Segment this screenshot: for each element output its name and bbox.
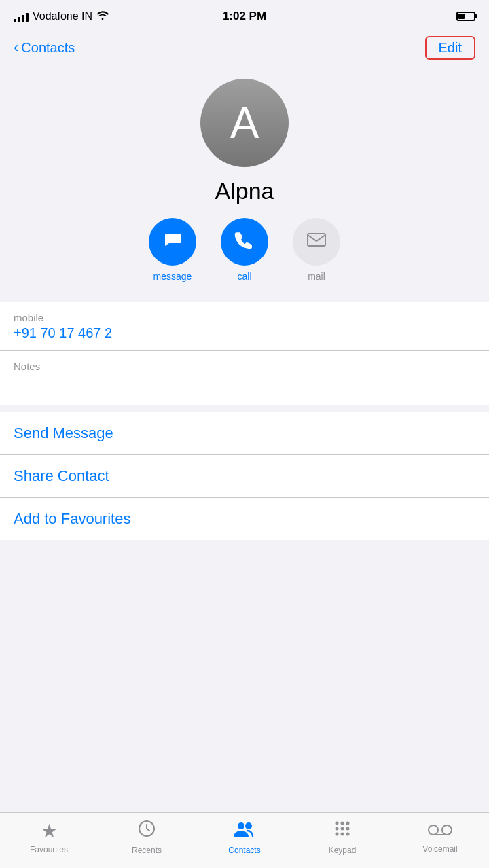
svg-rect-1: [308, 234, 325, 246]
svg-point-13: [346, 833, 350, 836]
voicemail-icon: [428, 820, 452, 842]
call-label: call: [237, 271, 251, 282]
nav-bar: ‹ Contacts Edit: [0, 30, 489, 65]
svg-point-15: [442, 825, 452, 835]
carrier-label: Vodafone IN: [33, 10, 92, 22]
mail-circle: [293, 218, 340, 266]
wifi-icon: [96, 10, 109, 22]
svg-point-10: [346, 827, 350, 831]
send-message-row[interactable]: Send Message: [0, 412, 489, 455]
status-bar: Vodafone IN 1:02 PM: [0, 0, 489, 30]
tab-voicemail[interactable]: Voicemail: [391, 820, 489, 854]
svg-point-3: [238, 822, 244, 829]
action-rows: Send Message Share Contact Add to Favour…: [0, 412, 489, 540]
contact-name: Alpna: [215, 178, 274, 204]
mail-label: mail: [308, 271, 325, 282]
call-circle: [221, 218, 268, 266]
back-chevron-icon: ‹: [14, 40, 18, 55]
keypad-label: Keypad: [329, 846, 357, 855]
keypad-icon: [333, 819, 352, 843]
battery-icon: [456, 12, 475, 21]
edit-button[interactable]: Edit: [425, 36, 475, 60]
message-circle: [149, 218, 196, 266]
info-section: mobile +91 70 17 467 2 Notes: [0, 302, 489, 405]
message-action[interactable]: message: [149, 218, 196, 282]
phone-label: mobile: [14, 312, 475, 323]
tab-keypad[interactable]: Keypad: [293, 819, 391, 855]
tab-contacts[interactable]: Contacts: [196, 819, 293, 855]
tab-recents[interactable]: Recents: [98, 819, 196, 855]
status-right: [456, 12, 475, 21]
message-icon: [161, 228, 184, 256]
profile-section: A Alpna message: [0, 65, 489, 302]
status-time: 1:02 PM: [223, 10, 266, 23]
message-label: message: [153, 271, 192, 282]
status-left: Vodafone IN: [14, 10, 109, 22]
battery-fill: [458, 14, 465, 19]
signal-bars: [14, 11, 29, 22]
svg-point-7: [346, 822, 350, 825]
avatar-letter: A: [230, 98, 259, 148]
mail-icon: [305, 228, 328, 256]
notes-row: Notes: [0, 351, 489, 405]
recents-icon: [137, 819, 156, 843]
svg-point-14: [429, 825, 438, 835]
svg-point-12: [341, 833, 344, 836]
tab-favourites[interactable]: ★ Favourites: [0, 820, 98, 854]
back-button[interactable]: ‹ Contacts: [14, 40, 75, 56]
tab-bar: ★ Favourites Recents Contacts: [0, 812, 489, 868]
favourites-label: Favourites: [30, 845, 68, 854]
add-to-favourites-row[interactable]: Add to Favourites: [0, 498, 489, 540]
back-label: Contacts: [21, 40, 75, 56]
svg-point-11: [336, 833, 339, 836]
mail-action[interactable]: mail: [293, 218, 340, 282]
signal-bar-4: [26, 13, 29, 22]
voicemail-label: Voicemail: [422, 844, 457, 854]
call-icon: [233, 228, 256, 256]
svg-point-4: [245, 822, 252, 829]
signal-bar-3: [22, 15, 24, 22]
svg-point-5: [336, 822, 339, 825]
phone-value: +91 70 17 467 2: [14, 325, 475, 341]
share-contact-row[interactable]: Share Contact: [0, 455, 489, 498]
signal-bar-2: [18, 17, 20, 22]
recents-label: Recents: [132, 846, 162, 855]
avatar: A: [200, 79, 289, 167]
contacts-label: Contacts: [228, 846, 260, 855]
favourites-icon: ★: [41, 820, 58, 842]
svg-point-8: [336, 827, 339, 831]
notes-label: Notes: [14, 361, 475, 372]
call-action[interactable]: call: [221, 218, 268, 282]
phone-row[interactable]: mobile +91 70 17 467 2: [0, 302, 489, 351]
action-buttons: message call: [149, 218, 340, 282]
contacts-icon: [234, 819, 255, 843]
svg-point-9: [341, 827, 344, 831]
signal-bar-1: [14, 19, 16, 22]
svg-point-6: [341, 822, 344, 825]
